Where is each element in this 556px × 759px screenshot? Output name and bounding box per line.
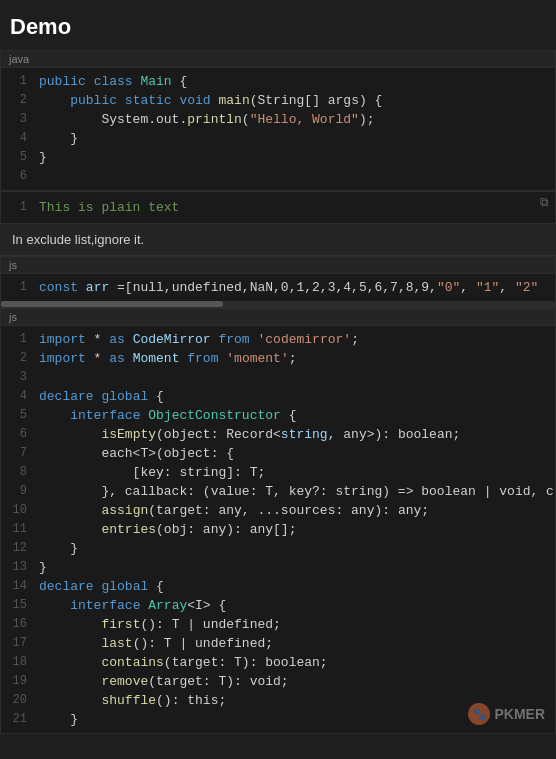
line-code: first(): T | undefined;	[39, 615, 281, 634]
table-row: 1import * as CodeMirror from 'codemirror…	[1, 330, 555, 349]
line-code: shuffle(): this;	[39, 691, 226, 710]
table-row: 15 interface Array<I> {	[1, 596, 555, 615]
table-row: 6	[1, 167, 555, 186]
line-number: 5	[1, 148, 39, 167]
line-code: declare global {	[39, 577, 164, 596]
line-code: last(): T | undefined;	[39, 634, 273, 653]
table-row: 3	[1, 368, 555, 387]
line-number: 10	[1, 501, 39, 520]
line-code: import * as Moment from 'moment';	[39, 349, 297, 368]
line-number: 2	[1, 349, 39, 368]
line-number: 4	[1, 129, 39, 148]
table-row: 6 isEmpty(object: Record<string, any>): …	[1, 425, 555, 444]
line-code: public static void main(String[] args) {	[39, 91, 382, 110]
table-row: 10 assign(target: any, ...sources: any):…	[1, 501, 555, 520]
code-content-java: 1public class Main {2 public static void…	[1, 68, 555, 190]
line-number: 15	[1, 596, 39, 615]
pkmer-watermark: 🐾 PKMER	[468, 703, 545, 725]
line-code: interface ObjectConstructor {	[39, 406, 296, 425]
scrollbar-thumb	[1, 301, 223, 307]
code-block-js-long: js 1import * as CodeMirror from 'codemir…	[0, 308, 556, 734]
table-row: 17 last(): T | undefined;	[1, 634, 555, 653]
table-row: 4 }	[1, 129, 555, 148]
table-row: 19 remove(target: T): void;	[1, 672, 555, 691]
table-row: 5}	[1, 148, 555, 167]
line-number: 11	[1, 520, 39, 539]
table-row: 12 }	[1, 539, 555, 558]
lang-label-java: java	[1, 51, 555, 68]
pkmer-label: PKMER	[494, 706, 545, 722]
line-number: 5	[1, 406, 39, 425]
code-block-js-short: js 1const arr =[null,undefined,NaN,0,1,2…	[0, 256, 556, 308]
line-number: 18	[1, 653, 39, 672]
line-code: const arr =[null,undefined,NaN,0,1,2,3,4…	[39, 278, 538, 297]
plain-text-content: 1 This is plain text	[1, 192, 555, 223]
table-row: 11 entries(obj: any): any[];	[1, 520, 555, 539]
table-row: 18 contains(target: T): boolean;	[1, 653, 555, 672]
table-row: 3 System.out.println("Hello, World");	[1, 110, 555, 129]
line-code: }	[39, 148, 47, 167]
line-number: 4	[1, 387, 39, 406]
line-number: 6	[1, 167, 39, 186]
line-number: 16	[1, 615, 39, 634]
line-number: 1	[1, 72, 39, 91]
line-code: assign(target: any, ...sources: any): an…	[39, 501, 429, 520]
table-row: 1public class Main {	[1, 72, 555, 91]
copy-icon[interactable]: ⧉	[540, 196, 549, 210]
lang-label-js-short: js	[1, 257, 555, 274]
line-number: 17	[1, 634, 39, 653]
line-code: import * as CodeMirror from 'codemirror'…	[39, 330, 359, 349]
line-code: interface Array<I> {	[39, 596, 226, 615]
line-number: 8	[1, 463, 39, 482]
plain-text-code: This is plain text	[39, 198, 179, 217]
table-row: 1const arr =[null,undefined,NaN,0,1,2,3,…	[1, 278, 555, 297]
line-code: }	[39, 558, 47, 577]
code-content-js-short: 1const arr =[null,undefined,NaN,0,1,2,3,…	[1, 274, 555, 301]
line-number: 20	[1, 691, 39, 710]
line-number: 9	[1, 482, 39, 501]
table-row: 16 first(): T | undefined;	[1, 615, 555, 634]
line-code: each<T>(object: {	[39, 444, 234, 463]
lang-label-js-long: js	[1, 309, 555, 326]
pkmer-logo: 🐾	[468, 703, 490, 725]
line-number: 7	[1, 444, 39, 463]
line-code: System.out.println("Hello, World");	[39, 110, 374, 129]
table-row: 14declare global {	[1, 577, 555, 596]
line-number: 1	[1, 278, 39, 297]
line-number: 19	[1, 672, 39, 691]
line-number: 2	[1, 91, 39, 110]
table-row: 7 each<T>(object: {	[1, 444, 555, 463]
line-number: 1	[1, 330, 39, 349]
line-number: 3	[1, 368, 39, 387]
code-block-java: java 1public class Main {2 public static…	[0, 50, 556, 191]
table-row: 9 }, callback: (value: T, key?: string) …	[1, 482, 555, 501]
table-row: 2 public static void main(String[] args)…	[1, 91, 555, 110]
table-row: 2import * as Moment from 'moment';	[1, 349, 555, 368]
table-row: 13}	[1, 558, 555, 577]
line-code: contains(target: T): boolean;	[39, 653, 328, 672]
page-title: Demo	[0, 0, 556, 50]
line-number: 13	[1, 558, 39, 577]
line-code: entries(obj: any): any[];	[39, 520, 296, 539]
line-code: declare global {	[39, 387, 164, 406]
line-code: }	[39, 539, 78, 558]
line-number: 21	[1, 710, 39, 729]
description-text: In exclude list,ignore it.	[0, 224, 556, 256]
line-number: 12	[1, 539, 39, 558]
line-code: public class Main {	[39, 72, 187, 91]
line-code: }	[39, 710, 78, 729]
code-content-js-long: 1import * as CodeMirror from 'codemirror…	[1, 326, 555, 733]
plain-text-block: 1 This is plain text ⧉	[0, 191, 556, 224]
line-code: [key: string]: T;	[39, 463, 265, 482]
line-code: remove(target: T): void;	[39, 672, 289, 691]
table-row: 5 interface ObjectConstructor {	[1, 406, 555, 425]
horizontal-scrollbar[interactable]	[1, 301, 555, 307]
line-code: }	[39, 129, 78, 148]
plain-text-line: 1 This is plain text	[1, 196, 555, 219]
table-row: 4declare global {	[1, 387, 555, 406]
line-code: isEmpty(object: Record<string, any>): bo…	[39, 425, 460, 444]
line-number: 6	[1, 425, 39, 444]
line-number: 3	[1, 110, 39, 129]
line-number: 14	[1, 577, 39, 596]
table-row: 8 [key: string]: T;	[1, 463, 555, 482]
